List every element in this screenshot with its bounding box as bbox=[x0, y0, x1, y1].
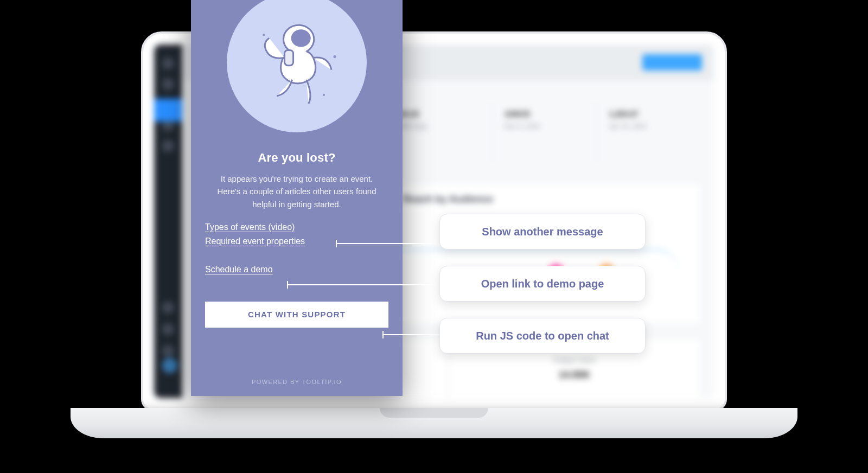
astronaut-illustration bbox=[227, 0, 367, 132]
kpi-cell: 1,200.67 Apr 15, 2020 bbox=[596, 102, 701, 162]
metric-value: 14.90K bbox=[559, 369, 590, 381]
sidebar-icon bbox=[162, 99, 174, 111]
dashboard-sidebar bbox=[154, 44, 182, 398]
kpi-label: Apr 15, 2020 bbox=[609, 123, 689, 130]
kpi-value: $4.25 bbox=[400, 110, 480, 118]
powered-by: POWERED BY TOOLTIP.IO bbox=[252, 369, 342, 396]
sidebar-icon bbox=[162, 302, 174, 314]
svg-point-5 bbox=[323, 94, 325, 96]
laptop-notch bbox=[380, 408, 488, 418]
kpi-cell: 100K/D Dec 5, 2019 bbox=[492, 102, 597, 162]
tooltip-panel: Are you lost? It appears you're trying t… bbox=[191, 0, 403, 396]
sidebar-icon bbox=[162, 323, 174, 335]
sidebar-icon bbox=[162, 140, 174, 152]
link-schedule-demo[interactable]: Schedule a demo bbox=[205, 265, 273, 274]
kpi-label: 298 Days bbox=[400, 123, 480, 130]
panel-title: Are you lost? bbox=[258, 151, 335, 165]
svg-point-1 bbox=[291, 30, 311, 47]
callout-open-demo: Open link to demo page bbox=[439, 266, 646, 302]
sidebar-icon bbox=[162, 78, 174, 90]
demo-link-row: Schedule a demo bbox=[191, 265, 403, 274]
chat-with-support-button[interactable]: CHAT WITH SUPPORT bbox=[205, 302, 388, 328]
svg-rect-2 bbox=[285, 50, 293, 66]
dashboard-primary-button bbox=[642, 54, 702, 71]
callout-label: Show another message bbox=[482, 226, 603, 238]
astronaut-icon bbox=[242, 8, 351, 117]
svg-point-4 bbox=[334, 55, 336, 58]
connector-line bbox=[336, 243, 439, 244]
connector-line bbox=[288, 284, 439, 285]
connector-line bbox=[383, 334, 439, 335]
cta-row: CHAT WITH SUPPORT bbox=[191, 302, 403, 328]
callout-run-js: Run JS code to open chat bbox=[439, 318, 646, 354]
sidebar-icon bbox=[162, 119, 174, 131]
metric-label: Unique Users bbox=[553, 356, 596, 364]
kpi-label: Dec 5, 2019 bbox=[505, 123, 585, 130]
callout-show-message: Show another message bbox=[439, 214, 646, 250]
avatar bbox=[162, 358, 177, 373]
svg-point-3 bbox=[263, 34, 265, 36]
link-types-of-events[interactable]: Types of events (video) bbox=[205, 222, 295, 232]
sidebar-icon bbox=[162, 57, 174, 69]
kpi-value: 100K/D bbox=[505, 110, 585, 118]
kpi-value: 1,200.67 bbox=[609, 110, 689, 118]
panel-body: It appears you're trying to create an ev… bbox=[191, 172, 403, 210]
kpi-cell: $4.25 298 Days bbox=[387, 102, 492, 162]
callout-label: Run JS code to open chat bbox=[476, 330, 609, 342]
sidebar-icon bbox=[162, 345, 174, 357]
link-required-properties[interactable]: Required event properties bbox=[205, 237, 305, 246]
callout-label: Open link to demo page bbox=[481, 278, 604, 290]
